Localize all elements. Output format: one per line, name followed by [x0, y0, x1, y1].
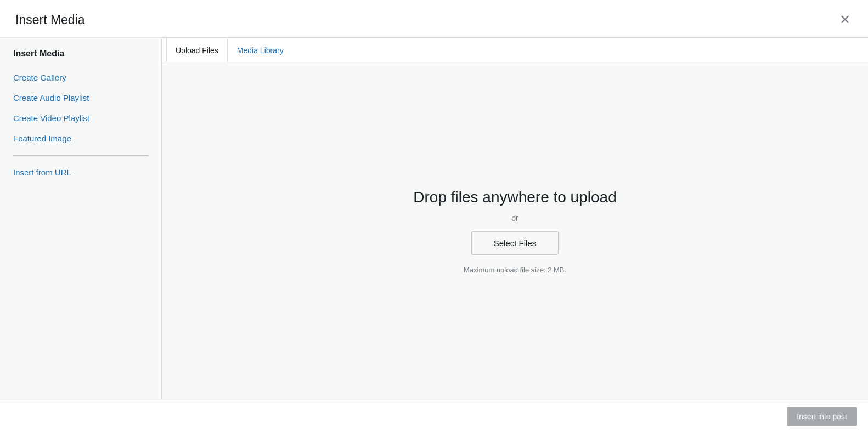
- sidebar-item-featured-image[interactable]: Featured Image: [0, 128, 161, 149]
- content-area: Upload Files Media Library Drop files an…: [162, 38, 868, 400]
- sidebar-divider: [13, 155, 148, 156]
- select-files-button[interactable]: Select Files: [471, 231, 559, 255]
- sidebar-item-create-audio-playlist[interactable]: Create Audio Playlist: [0, 88, 161, 108]
- modal-footer: Insert into post: [0, 400, 868, 433]
- tab-upload-files[interactable]: Upload Files: [166, 38, 228, 62]
- modal-body: Insert Media Create Gallery Create Audio…: [0, 38, 868, 400]
- drop-files-text: Drop files anywhere to upload: [413, 189, 616, 206]
- tab-media-library[interactable]: Media Library: [228, 38, 293, 62]
- insert-media-modal: Insert Media ✕ Insert Media Create Galle…: [0, 0, 868, 433]
- sidebar: Insert Media Create Gallery Create Audio…: [0, 38, 162, 400]
- insert-into-post-button[interactable]: Insert into post: [787, 407, 857, 426]
- upload-area: Drop files anywhere to upload or Select …: [162, 62, 868, 400]
- modal-title: Insert Media: [15, 13, 85, 27]
- close-button[interactable]: ✕: [837, 11, 853, 29]
- sidebar-item-create-video-playlist[interactable]: Create Video Playlist: [0, 108, 161, 128]
- sidebar-item-create-gallery[interactable]: Create Gallery: [0, 67, 161, 88]
- tabs-bar: Upload Files Media Library: [162, 38, 868, 62]
- modal-header: Insert Media ✕: [0, 0, 868, 38]
- sidebar-item-insert-from-url[interactable]: Insert from URL: [0, 162, 161, 183]
- sidebar-title: Insert Media: [0, 49, 161, 67]
- sidebar-navigation: Create Gallery Create Audio Playlist Cre…: [0, 67, 161, 183]
- max-size-text: Maximum upload file size: 2 MB.: [464, 266, 566, 274]
- or-text: or: [511, 214, 518, 223]
